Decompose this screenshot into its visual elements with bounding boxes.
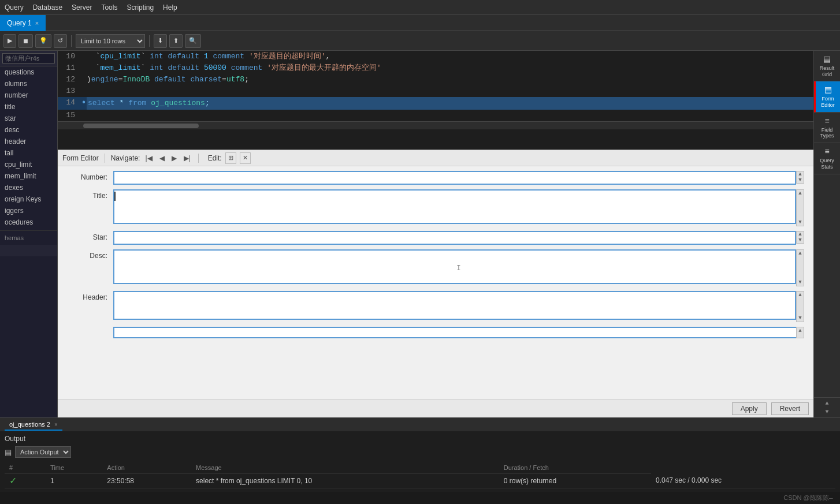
number-input[interactable] (113, 171, 796, 185)
nav-prev-btn[interactable]: ◀ (158, 154, 166, 163)
horizontal-scrollbar[interactable] (58, 121, 813, 129)
bottom-tabs: oj_questions 2 × (0, 417, 840, 431)
action-output-icon: ▤ (5, 448, 12, 457)
result-grid-icon: ▤ (823, 54, 831, 64)
code-editor[interactable]: 10 `cpu_limit` int default 1 comment '对应… (58, 51, 813, 149)
toolbar-btn-search[interactable]: 🔍 (185, 34, 201, 48)
form-editor-btn[interactable]: ▤ FormEditor (814, 81, 840, 112)
star-scroll-up[interactable]: ▲ (798, 232, 801, 237)
menu-scripting[interactable]: Scripting (127, 3, 154, 12)
toolbar-btn-stop[interactable]: ⏹ (18, 34, 33, 48)
tab-close[interactable]: × (35, 20, 39, 27)
sidebar-item-procedures[interactable]: ocedures (0, 216, 57, 228)
form-row-number: Number: ▲ ▼ (67, 171, 804, 185)
sidebar-item-indexes[interactable]: dexes (0, 182, 57, 193)
menu-server[interactable]: Server (72, 3, 92, 12)
bottom-tab-oj-questions[interactable]: oj_questions 2 × (5, 419, 62, 431)
watermark: CSDN @陈陈陈-- (0, 492, 840, 504)
scroll-up-icon[interactable]: ▲ (798, 171, 801, 177)
edit-add-btn[interactable]: ⊞ (225, 152, 236, 164)
nav-first-btn[interactable]: |◀ (143, 154, 154, 163)
sidebar-search-input[interactable] (2, 53, 55, 64)
star-input[interactable] (113, 231, 796, 245)
toolbar: ▶ ⏹ 💡 ↺ Limit to 10 rowsDon't LimitLimit… (0, 31, 840, 51)
sidebar-item-star[interactable]: star (0, 113, 57, 124)
sidebar-item-header[interactable]: header (0, 136, 57, 147)
form-toolbar-sep2 (198, 154, 199, 163)
title-textarea[interactable] (113, 189, 796, 224)
action-output-select[interactable]: Action Output (15, 446, 71, 458)
title-scroll-down[interactable]: ▼ (797, 219, 804, 226)
menu-help[interactable]: Help (163, 3, 177, 12)
toolbar-btn-refresh[interactable]: ↺ (54, 34, 67, 48)
right-panel: ▤ ResultGrid ▤ FormEditor ≡ FieldTypes ≡… (813, 51, 840, 417)
output-row-1: ✓ 1 23:50:58 select * from oj_questions … (5, 473, 835, 488)
line-content-14: select * from oj_questions; (87, 97, 813, 110)
code-line-10: 10 `cpu_limit` int default 1 comment '对应… (58, 51, 813, 62)
header-scroll-up[interactable]: ▲ (797, 292, 804, 298)
line-dot-14: • (81, 97, 87, 109)
sidebar-item-mem-limit[interactable]: mem_limit (0, 170, 57, 182)
h-scroll-thumb (83, 124, 199, 128)
toolbar-sep-1 (71, 35, 72, 47)
title-label: Title: (67, 189, 113, 200)
nav-next-btn[interactable]: ▶ (170, 154, 179, 163)
result-grid-btn[interactable]: ▤ ResultGrid (814, 51, 840, 81)
desc-scroll-up[interactable]: ▲ (797, 250, 804, 257)
apply-button[interactable]: Apply (732, 402, 767, 415)
scroll-down-icon[interactable]: ▼ (798, 177, 801, 183)
title-scroll-up[interactable]: ▲ (797, 190, 804, 197)
sidebar-item-tail[interactable]: tail (0, 147, 57, 159)
line-num-11: 11 (58, 62, 81, 74)
header-scroll-down[interactable]: ▼ (797, 315, 804, 322)
edit-delete-btn[interactable]: ✕ (240, 152, 251, 164)
menu-tools[interactable]: Tools (101, 3, 117, 12)
right-panel-scroll: ▲ ▼ (814, 397, 840, 417)
code-lines: 10 `cpu_limit` int default 1 comment '对应… (58, 51, 813, 121)
bottom-tab-close[interactable]: × (54, 421, 58, 428)
sidebar-item-foreign-keys[interactable]: oreign Keys (0, 193, 57, 205)
sidebar-item-questions[interactable]: questions (0, 66, 57, 78)
sidebar-item-desc[interactable]: desc (0, 124, 57, 136)
number-scrollbar: ▲ ▼ (796, 171, 804, 184)
toolbar-btn-import[interactable]: ⬇ (154, 34, 167, 48)
sidebar-item-cpu-limit[interactable]: cpu_limit (0, 159, 57, 170)
desc-scroll-down[interactable]: ▼ (797, 279, 804, 286)
header-label: Header: (67, 291, 113, 301)
desc-field-wrapper: ▲ ▼ I (113, 249, 804, 286)
sidebar-item-columns[interactable]: olumns (0, 78, 57, 89)
number-label: Number: (67, 171, 113, 181)
code-line-14: 14 • select * from oj_questions; (58, 97, 813, 110)
desc-scrollbar: ▲ ▼ (796, 249, 804, 286)
next-scroll-up[interactable]: ▲ (797, 327, 804, 334)
desc-textarea[interactable] (113, 249, 796, 284)
form-row-desc: Desc: ▲ ▼ I (67, 249, 804, 286)
sidebar-item-triggers[interactable]: iggers (0, 205, 57, 216)
form-editor-btn-label: FormEditor (821, 96, 835, 109)
sidebar-item-title[interactable]: title (0, 101, 57, 113)
revert-button[interactable]: Revert (771, 402, 809, 415)
toolbar-btn-execute[interactable]: ▶ (3, 34, 16, 48)
right-scroll-down[interactable]: ▼ (825, 409, 828, 415)
menu-database[interactable]: Database (33, 3, 62, 12)
next-scrollbar: ▲ (796, 327, 804, 338)
right-scroll-up[interactable]: ▲ (825, 400, 828, 406)
star-scroll-down[interactable]: ▼ (798, 237, 801, 243)
query-stats-btn[interactable]: ≡ QueryStats (814, 143, 840, 174)
row1-num: 1 (46, 473, 102, 488)
line-content-12: )engine=InnoDB default charset=utf8; (87, 74, 813, 85)
header-textarea[interactable] (113, 291, 796, 320)
toolbar-btn-export[interactable]: ⬆ (169, 34, 183, 48)
row1-action: select * from oj_questions LIMIT 0, 10 (191, 473, 499, 488)
nav-last-btn[interactable]: ▶| (182, 154, 192, 163)
query-tab[interactable]: Query 1 × (0, 15, 46, 31)
sidebar-item-number[interactable]: number (0, 89, 57, 101)
form-toolbar-sep (105, 154, 105, 163)
query-stats-label: QueryStats (820, 158, 834, 170)
menu-query[interactable]: Query (5, 3, 24, 12)
limit-select[interactable]: Limit to 10 rowsDon't LimitLimit to 100 … (76, 34, 145, 48)
form-editor-icon: ▤ (824, 85, 832, 95)
field-types-btn[interactable]: ≡ FieldTypes (814, 113, 840, 143)
query-stats-icon: ≡ (824, 147, 829, 156)
toolbar-btn-explain[interactable]: 💡 (35, 34, 51, 48)
